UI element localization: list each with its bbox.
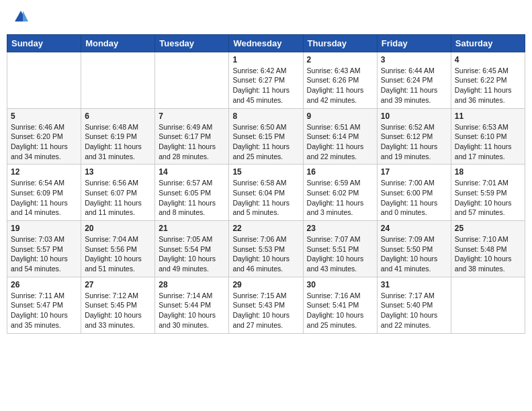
svg-marker-1 [23,11,28,21]
day-info: Sunrise: 6:44 AM Sunset: 6:24 PM Dayligh… [381,66,447,105]
day-number: 5 [11,111,77,121]
calendar-cell: 4Sunrise: 6:45 AM Sunset: 6:22 PM Daylig… [451,52,525,108]
day-header-monday: Monday [81,34,155,52]
calendar-table: SundayMondayTuesdayWednesdayThursdayFrid… [7,34,525,334]
calendar-cell: 3Sunrise: 6:44 AM Sunset: 6:24 PM Daylig… [377,52,451,108]
day-number: 15 [232,167,299,177]
day-number: 11 [455,111,521,121]
calendar-cell: 14Sunrise: 6:57 AM Sunset: 6:05 PM Dayli… [155,165,229,221]
day-number: 9 [307,111,373,121]
calendar-cell: 23Sunrise: 7:07 AM Sunset: 5:51 PM Dayli… [303,221,377,277]
day-info: Sunrise: 6:51 AM Sunset: 6:14 PM Dayligh… [307,122,373,162]
day-header-friday: Friday [377,34,451,52]
day-info: Sunrise: 6:50 AM Sunset: 6:15 PM Dayligh… [232,122,299,162]
calendar-cell: 24Sunrise: 7:09 AM Sunset: 5:50 PM Dayli… [377,221,451,277]
day-info: Sunrise: 7:05 AM Sunset: 5:54 PM Dayligh… [159,234,225,274]
calendar-cell: 12Sunrise: 6:54 AM Sunset: 6:09 PM Dayli… [7,165,81,221]
day-number: 21 [159,224,225,233]
calendar-cell: 1Sunrise: 6:42 AM Sunset: 6:27 PM Daylig… [229,52,303,108]
day-info: Sunrise: 6:58 AM Sunset: 6:04 PM Dayligh… [232,178,299,218]
day-header-thursday: Thursday [303,34,377,52]
logo-icon [13,9,28,24]
calendar-cell: 11Sunrise: 6:53 AM Sunset: 6:10 PM Dayli… [451,108,525,165]
day-number: 16 [307,167,373,177]
calendar-cell: 8Sunrise: 6:50 AM Sunset: 6:15 PM Daylig… [229,108,303,165]
day-header-sunday: Sunday [7,34,81,52]
calendar-week-row: 19Sunrise: 7:03 AM Sunset: 5:57 PM Dayli… [7,221,525,277]
day-number: 3 [381,55,447,64]
day-info: Sunrise: 7:14 AM Sunset: 5:44 PM Dayligh… [159,291,225,330]
day-info: Sunrise: 7:16 AM Sunset: 5:41 PM Dayligh… [307,291,373,330]
day-number: 13 [85,167,151,177]
calendar-cell: 19Sunrise: 7:03 AM Sunset: 5:57 PM Dayli… [7,221,81,277]
calendar-cell [155,52,229,108]
calendar-cell [81,52,155,108]
calendar-cell: 30Sunrise: 7:16 AM Sunset: 5:41 PM Dayli… [303,277,377,333]
day-info: Sunrise: 6:52 AM Sunset: 6:12 PM Dayligh… [381,122,447,162]
day-info: Sunrise: 6:49 AM Sunset: 6:17 PM Dayligh… [159,122,225,162]
calendar-header-row: SundayMondayTuesdayWednesdayThursdayFrid… [7,34,525,52]
day-info: Sunrise: 6:45 AM Sunset: 6:22 PM Dayligh… [455,66,521,105]
calendar-cell: 21Sunrise: 7:05 AM Sunset: 5:54 PM Dayli… [155,221,229,277]
day-number: 26 [11,280,77,289]
calendar-cell: 27Sunrise: 7:12 AM Sunset: 5:45 PM Dayli… [81,277,155,333]
day-info: Sunrise: 7:09 AM Sunset: 5:50 PM Dayligh… [381,234,447,274]
day-info: Sunrise: 6:56 AM Sunset: 6:07 PM Dayligh… [85,178,151,218]
day-info: Sunrise: 7:06 AM Sunset: 5:53 PM Dayligh… [232,234,299,274]
day-number: 2 [307,55,373,64]
day-number: 31 [381,280,447,289]
day-info: Sunrise: 6:46 AM Sunset: 6:20 PM Dayligh… [11,122,77,162]
day-number: 28 [159,280,225,289]
calendar-cell: 29Sunrise: 7:15 AM Sunset: 5:43 PM Dayli… [229,277,303,333]
day-number: 20 [85,224,151,233]
day-number: 7 [159,111,225,121]
calendar-cell [451,277,525,333]
day-info: Sunrise: 7:03 AM Sunset: 5:57 PM Dayligh… [11,234,77,274]
day-info: Sunrise: 7:01 AM Sunset: 5:59 PM Dayligh… [455,178,521,218]
calendar-week-row: 1Sunrise: 6:42 AM Sunset: 6:27 PM Daylig… [7,52,525,108]
calendar-cell: 22Sunrise: 7:06 AM Sunset: 5:53 PM Dayli… [229,221,303,277]
calendar-cell: 15Sunrise: 6:58 AM Sunset: 6:04 PM Dayli… [229,165,303,221]
calendar-week-row: 12Sunrise: 6:54 AM Sunset: 6:09 PM Dayli… [7,165,525,221]
day-number: 6 [85,111,151,121]
day-info: Sunrise: 7:15 AM Sunset: 5:43 PM Dayligh… [232,291,299,330]
day-number: 4 [455,55,521,64]
day-number: 14 [159,167,225,177]
day-number: 24 [381,224,447,233]
day-info: Sunrise: 6:53 AM Sunset: 6:10 PM Dayligh… [455,122,521,162]
calendar-cell: 7Sunrise: 6:49 AM Sunset: 6:17 PM Daylig… [155,108,229,165]
day-info: Sunrise: 7:10 AM Sunset: 5:48 PM Dayligh… [455,234,521,274]
calendar-cell: 26Sunrise: 7:11 AM Sunset: 5:47 PM Dayli… [7,277,81,333]
page-header [7,7,525,30]
day-number: 17 [381,167,447,177]
day-number: 29 [232,280,299,289]
calendar-cell: 28Sunrise: 7:14 AM Sunset: 5:44 PM Dayli… [155,277,229,333]
day-info: Sunrise: 7:00 AM Sunset: 6:00 PM Dayligh… [381,178,447,218]
day-number: 23 [307,224,373,233]
day-number: 18 [455,167,521,177]
day-number: 1 [232,55,299,64]
calendar-cell: 17Sunrise: 7:00 AM Sunset: 6:00 PM Dayli… [377,165,451,221]
day-info: Sunrise: 7:04 AM Sunset: 5:56 PM Dayligh… [85,234,151,274]
calendar-cell: 20Sunrise: 7:04 AM Sunset: 5:56 PM Dayli… [81,221,155,277]
day-header-wednesday: Wednesday [229,34,303,52]
calendar-cell: 6Sunrise: 6:48 AM Sunset: 6:19 PM Daylig… [81,108,155,165]
calendar-cell: 2Sunrise: 6:43 AM Sunset: 6:26 PM Daylig… [303,52,377,108]
calendar-cell [7,52,81,108]
calendar-cell: 5Sunrise: 6:46 AM Sunset: 6:20 PM Daylig… [7,108,81,165]
day-number: 19 [11,224,77,233]
calendar-cell: 25Sunrise: 7:10 AM Sunset: 5:48 PM Dayli… [451,221,525,277]
calendar-cell: 31Sunrise: 7:17 AM Sunset: 5:40 PM Dayli… [377,277,451,333]
day-number: 30 [307,280,373,289]
day-info: Sunrise: 6:54 AM Sunset: 6:09 PM Dayligh… [11,178,77,218]
calendar-cell: 18Sunrise: 7:01 AM Sunset: 5:59 PM Dayli… [451,165,525,221]
calendar-cell: 9Sunrise: 6:51 AM Sunset: 6:14 PM Daylig… [303,108,377,165]
day-info: Sunrise: 6:57 AM Sunset: 6:05 PM Dayligh… [159,178,225,218]
day-info: Sunrise: 6:48 AM Sunset: 6:19 PM Dayligh… [85,122,151,162]
day-info: Sunrise: 7:17 AM Sunset: 5:40 PM Dayligh… [381,291,447,330]
logo [12,9,28,28]
day-number: 22 [232,224,299,233]
day-header-saturday: Saturday [451,34,525,52]
calendar-cell: 13Sunrise: 6:56 AM Sunset: 6:07 PM Dayli… [81,165,155,221]
day-number: 25 [455,224,521,233]
